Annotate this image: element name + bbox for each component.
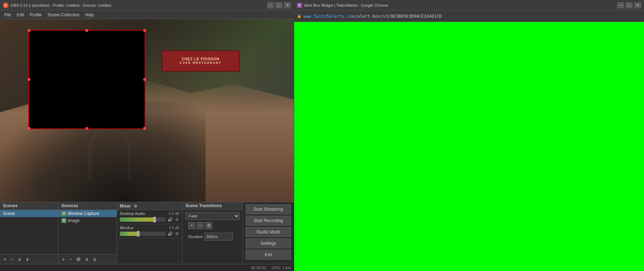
mixer-desktop-slider[interactable] bbox=[120, 217, 166, 222]
studio-mode-button[interactable]: Studio Mode bbox=[246, 227, 291, 237]
handle-bottom-right[interactable] bbox=[143, 127, 146, 130]
mixer-mic-header: Mic/Aux 0.0 dB bbox=[120, 226, 179, 230]
chrome-window: A Alert Box Widget | TwitchAlerts - Goog… bbox=[294, 0, 644, 271]
source-window-capture[interactable]: 👁 Window Capture bbox=[58, 210, 117, 217]
obs-status-bar: 00:00:00 CPU: 1.6% bbox=[0, 264, 294, 271]
menu-scene-collection[interactable]: Scene Collection bbox=[45, 12, 82, 18]
duration-label: Duration bbox=[188, 234, 203, 239]
start-streaming-button[interactable]: Start Streaming bbox=[246, 204, 291, 214]
chrome-content-area bbox=[294, 22, 644, 271]
transition-settings-button[interactable]: ⚙ bbox=[205, 222, 212, 229]
sources-down-button[interactable]: ∨ bbox=[91, 256, 98, 263]
handle-bottom-left[interactable] bbox=[28, 127, 30, 130]
sources-content: 👁 Window Capture 👁 Image bbox=[58, 210, 117, 254]
obs-title-bar: ● OBS 0.14.1 (windows) - Profile: Untitl… bbox=[0, 0, 294, 11]
mixer-mic-thumb[interactable] bbox=[137, 231, 140, 237]
status-cpu: CPU: 1.6% bbox=[272, 266, 291, 270]
scenes-header: Scenes bbox=[0, 202, 58, 210]
scenes-up-button[interactable]: ∧ bbox=[16, 256, 23, 263]
transition-add-button[interactable]: + bbox=[188, 222, 195, 229]
handle-mid-right[interactable] bbox=[143, 78, 146, 81]
address-path: /alert-box/v3/8E3B65E3D9ACE24401CD bbox=[355, 14, 442, 19]
handle-top-right[interactable] bbox=[143, 29, 146, 32]
mixer-header: Mixer ⚙ bbox=[117, 202, 182, 210]
start-recording-button[interactable]: Start Recording bbox=[246, 216, 291, 226]
source-image-label: Image bbox=[68, 218, 79, 223]
transition-remove-button[interactable]: − bbox=[197, 222, 204, 229]
sources-remove-button[interactable]: − bbox=[68, 256, 73, 263]
menu-help[interactable]: Help bbox=[82, 12, 97, 18]
mixer-desktop-db: 0.0 dB bbox=[169, 212, 179, 216]
obs-minimize-button[interactable]: ─ bbox=[267, 2, 274, 9]
bottom-panels: Scenes Scene + − ∧ ∨ Sources 👁 Window Ca… bbox=[0, 202, 294, 264]
obs-title-left: ● OBS 0.14.1 (windows) - Profile: Untitl… bbox=[3, 2, 111, 8]
settings-button[interactable]: Settings bbox=[246, 238, 291, 248]
scenes-down-button[interactable]: ∨ bbox=[24, 256, 30, 263]
handle-top-left[interactable] bbox=[28, 29, 30, 32]
mixer-header-label: Mixer bbox=[120, 204, 131, 209]
obs-title-text: OBS 0.14.1 (windows) - Profile: Untitled… bbox=[11, 3, 111, 7]
mixer-desktop-controls: 🔊 ⚙ bbox=[120, 217, 179, 222]
sources-add-button[interactable]: + bbox=[61, 256, 66, 263]
sources-header: Sources bbox=[58, 202, 117, 210]
chrome-window-controls: ─ □ ✕ bbox=[617, 2, 641, 9]
mixer-desktop-thumb[interactable] bbox=[153, 217, 156, 222]
mixer-desktop-mute-button[interactable]: 🔊 bbox=[167, 217, 173, 222]
sign-line1: CHEZ LE POISSON bbox=[182, 57, 219, 61]
transition-select-row: Fade bbox=[185, 212, 240, 220]
duration-input[interactable] bbox=[205, 233, 233, 240]
chrome-tab-title: Alert Box Widget | TwitchAlerts - Google… bbox=[304, 3, 388, 7]
transitions-panel: Scene Transitions Fade + − ⚙ Duration bbox=[183, 202, 243, 264]
menu-profile[interactable]: Profile bbox=[27, 12, 45, 18]
capture-box[interactable] bbox=[28, 30, 145, 129]
scene-item[interactable]: Scene bbox=[0, 210, 58, 217]
menu-file[interactable]: File bbox=[1, 12, 14, 18]
sources-up-button[interactable]: ∧ bbox=[84, 256, 90, 263]
mixer-settings-button[interactable]: ⚙ bbox=[132, 203, 139, 209]
mixer-desktop-track: Desktop Audio 0.0 dB 🔊 ⚙ bbox=[117, 210, 182, 224]
menu-edit[interactable]: Edit bbox=[14, 12, 27, 18]
source-image[interactable]: 👁 Image bbox=[58, 217, 117, 224]
handle-mid-left[interactable] bbox=[28, 78, 30, 81]
lock-icon: 🔒 bbox=[297, 14, 301, 18]
obs-window: ● OBS 0.14.1 (windows) - Profile: Untitl… bbox=[0, 0, 294, 271]
mixer-desktop-header: Desktop Audio 0.0 dB bbox=[120, 211, 179, 216]
mixer-mic-db: 0.0 dB bbox=[169, 226, 179, 230]
chrome-maximize-button[interactable]: □ bbox=[626, 2, 633, 9]
scenes-toolbar: + − ∧ ∨ bbox=[0, 254, 58, 264]
chrome-address-bar: 🔒 www.twitchalerts.com/alert-box/v3/8E3B… bbox=[294, 11, 644, 22]
handle-bottom-center[interactable] bbox=[85, 127, 88, 130]
preview-area: CHEZ LE POISSON CAFE RESTAURANT bbox=[0, 19, 294, 202]
sources-toolbar: + − ⚙ ∧ ∨ bbox=[58, 254, 117, 264]
mixer-desktop-fill bbox=[120, 217, 155, 222]
mixer-mic-slider[interactable] bbox=[120, 232, 166, 236]
scenes-remove-button[interactable]: − bbox=[9, 256, 15, 263]
mixer-mic-controls: 🔊 ⚙ bbox=[120, 231, 179, 237]
mixer-mic-fill bbox=[120, 232, 138, 236]
mixer-mic-mute-button[interactable]: 🔊 bbox=[167, 231, 173, 237]
chrome-address-text[interactable]: www.twitchalerts.com/alert-box/v3/8E3B65… bbox=[303, 14, 442, 19]
scenes-add-button[interactable]: + bbox=[2, 256, 8, 263]
sources-settings-button[interactable]: ⚙ bbox=[75, 256, 82, 263]
chrome-close-button[interactable]: ✕ bbox=[634, 2, 641, 9]
obs-close-button[interactable]: ✕ bbox=[284, 2, 291, 9]
transitions-content: Fade + − ⚙ Duration bbox=[183, 210, 242, 243]
transitions-header: Scene Transitions bbox=[183, 202, 242, 210]
mixer-panel: Mixer ⚙ Desktop Audio 0.0 dB 🔊 ⚙ bbox=[117, 202, 183, 264]
chrome-minimize-button[interactable]: ─ bbox=[617, 2, 624, 9]
obs-maximize-button[interactable]: □ bbox=[275, 2, 282, 9]
mixer-mic-settings-button[interactable]: ⚙ bbox=[175, 231, 179, 237]
transition-select[interactable]: Fade bbox=[185, 212, 240, 220]
handle-top-center[interactable] bbox=[85, 29, 88, 32]
obs-app-icon: ● bbox=[3, 2, 9, 8]
obs-menu-bar: File Edit Profile Scene Collection Help bbox=[0, 11, 294, 19]
exit-button[interactable]: Exit bbox=[246, 250, 291, 260]
transition-toolbar: + − ⚙ bbox=[185, 222, 240, 231]
mixer-desktop-settings-button[interactable]: ⚙ bbox=[175, 217, 179, 222]
controls-panel: Start Streaming Start Recording Studio M… bbox=[243, 202, 294, 264]
source-image-eye-icon: 👁 bbox=[61, 218, 66, 223]
sign-line2: CAFE RESTAURANT bbox=[180, 61, 222, 65]
obs-window-controls: ─ □ ✕ bbox=[267, 2, 291, 9]
scenes-panel: Scenes Scene + − ∧ ∨ bbox=[0, 202, 58, 264]
mixer-mic-track: Mic/Aux 0.0 dB 🔊 ⚙ bbox=[117, 224, 182, 238]
